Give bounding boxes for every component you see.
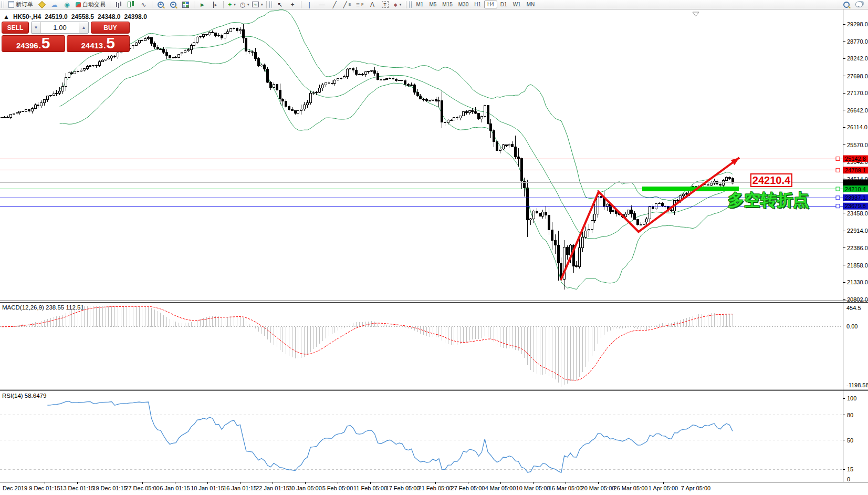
- time-axis-label: 27 Dec 05:00: [125, 485, 159, 491]
- text-label-button[interactable]: T: [379, 1, 391, 9]
- candle-body: [643, 222, 645, 224]
- candle-body: [92, 66, 95, 66]
- cloud-button[interactable]: ☁: [48, 1, 60, 9]
- toolbar-grip[interactable]: [409, 1, 412, 8]
- candle-body: [646, 219, 648, 222]
- equidistant-channel-button[interactable]: ╱E: [341, 1, 353, 9]
- profile-button[interactable]: [36, 1, 48, 9]
- time-axis-label: 16 Jan 01:15: [223, 485, 257, 491]
- candle-body: [453, 118, 455, 120]
- candle-body: [260, 65, 263, 66]
- candle-body: [248, 51, 250, 52]
- mt4-window: 新订单 ☁ ◉ 自动交易 ∿ + − ▶ ▸ +▾ ◷▾ ∿▾ ↖ + | — …: [0, 0, 868, 495]
- candle-body: [652, 207, 654, 209]
- crosshair-button[interactable]: +: [287, 1, 299, 9]
- price-axis-tick-label: 22386.0: [847, 245, 868, 251]
- trendline-button[interactable]: ╱: [329, 1, 341, 9]
- signals-button[interactable]: ◉: [61, 1, 73, 9]
- price-annotation-box[interactable]: 24210.4: [750, 173, 792, 187]
- timeframe-D1[interactable]: D1: [498, 1, 510, 8]
- candle-body: [475, 111, 477, 113]
- candle-body: [239, 29, 241, 30]
- vertical-line-button[interactable]: |: [304, 1, 316, 9]
- high-value: 24558.5: [71, 13, 94, 20]
- candle-body: [527, 188, 529, 220]
- cursor-button[interactable]: ↖: [274, 1, 286, 9]
- timeframe-MN[interactable]: MN: [524, 1, 538, 8]
- candle-body: [196, 37, 198, 43]
- sell-button[interactable]: SELL: [2, 22, 29, 34]
- line-chart-button[interactable]: ∿: [138, 1, 150, 9]
- templates-button[interactable]: ∿▾: [251, 1, 264, 9]
- candle-body: [505, 145, 507, 146]
- candle-body: [288, 107, 290, 110]
- candle-body: [166, 53, 168, 56]
- shapes-button[interactable]: ◆▾: [392, 1, 404, 9]
- candle-body: [322, 85, 324, 88]
- support-zone-bar: [642, 187, 739, 191]
- buy-price[interactable]: 24413.5: [67, 35, 130, 52]
- zoom-in-button[interactable]: +: [154, 1, 166, 9]
- chart-canvas[interactable]: 29298.028770.028242.027698.027170.026642…: [0, 9, 868, 495]
- candle-body: [530, 219, 532, 220]
- fibonacci-icon: ≡: [356, 2, 360, 8]
- time-axis-label: 26 Mar 05:00: [614, 485, 648, 491]
- timeframe-M15[interactable]: M15: [440, 1, 455, 8]
- fibonacci-button[interactable]: ≡F: [354, 1, 366, 9]
- sell-price-big-digit: 5: [41, 36, 50, 50]
- toolbar-separator: [110, 1, 110, 8]
- candle-body: [7, 117, 9, 118]
- volume-input[interactable]: 1.00: [41, 22, 79, 33]
- candle-body: [719, 184, 721, 185]
- chat-button[interactable]: [853, 1, 865, 9]
- volume-increase-button[interactable]: ▲: [79, 22, 88, 33]
- tile-windows-button[interactable]: [180, 1, 192, 9]
- zoom-out-button[interactable]: −: [167, 1, 179, 9]
- candle-body: [160, 49, 162, 49]
- timeframe-M1[interactable]: M1: [414, 1, 426, 8]
- bar-chart-button[interactable]: [112, 1, 124, 9]
- candle-body: [438, 100, 440, 101]
- timeframe-H4[interactable]: H4: [484, 1, 497, 8]
- candle-chart-button[interactable]: [125, 1, 137, 9]
- candle-body: [649, 207, 651, 219]
- collapse-arrow-icon[interactable]: ▲: [3, 13, 9, 20]
- buy-button[interactable]: BUY: [91, 22, 130, 34]
- candle-body: [245, 38, 247, 51]
- candle-body: [276, 85, 278, 90]
- candle-body: [227, 32, 229, 34]
- candle-body: [413, 85, 415, 92]
- toolbar-grip[interactable]: [2, 1, 4, 8]
- add-indicator-button[interactable]: +▾: [226, 1, 238, 9]
- sell-price-main: 24396: [16, 41, 38, 50]
- candle-body: [19, 111, 21, 113]
- search-button[interactable]: [840, 1, 852, 9]
- candle-body: [331, 83, 333, 84]
- turning-point-annotation[interactable]: 多空转折点: [728, 189, 809, 211]
- candle-body: [389, 78, 391, 78]
- new-order-button[interactable]: 新订单: [6, 1, 35, 9]
- text-button[interactable]: A: [367, 1, 379, 9]
- periods-button[interactable]: ◷▾: [238, 1, 250, 9]
- horizontal-line-button[interactable]: —: [316, 1, 328, 9]
- chart-shift-button[interactable]: ▸: [209, 1, 221, 9]
- auto-scroll-button[interactable]: ▶: [196, 1, 208, 9]
- toolbar-grip[interactable]: [269, 1, 272, 8]
- timeframe-H1[interactable]: H1: [472, 1, 484, 8]
- auto-trading-button[interactable]: 自动交易: [74, 1, 108, 9]
- price-axis-tick-label: 27698.0: [847, 73, 868, 79]
- timeframe-W1[interactable]: W1: [510, 1, 524, 8]
- timeframe-M30[interactable]: M30: [456, 1, 471, 8]
- candle-body: [377, 73, 379, 80]
- time-axis-label: 16 Mar 05:00: [549, 485, 583, 491]
- candle-body: [361, 74, 363, 75]
- candle-body: [224, 34, 226, 38]
- time-axis-label: 11 Feb 05:00: [353, 485, 387, 491]
- candle-body: [588, 230, 590, 231]
- timeframe-M5[interactable]: M5: [426, 1, 439, 8]
- zoom-out-icon: −: [170, 2, 176, 8]
- candle-body: [628, 210, 630, 214]
- volume-decrease-button[interactable]: ▼: [32, 22, 41, 33]
- candle-body: [447, 120, 449, 122]
- sell-price[interactable]: 24396.5: [2, 35, 65, 52]
